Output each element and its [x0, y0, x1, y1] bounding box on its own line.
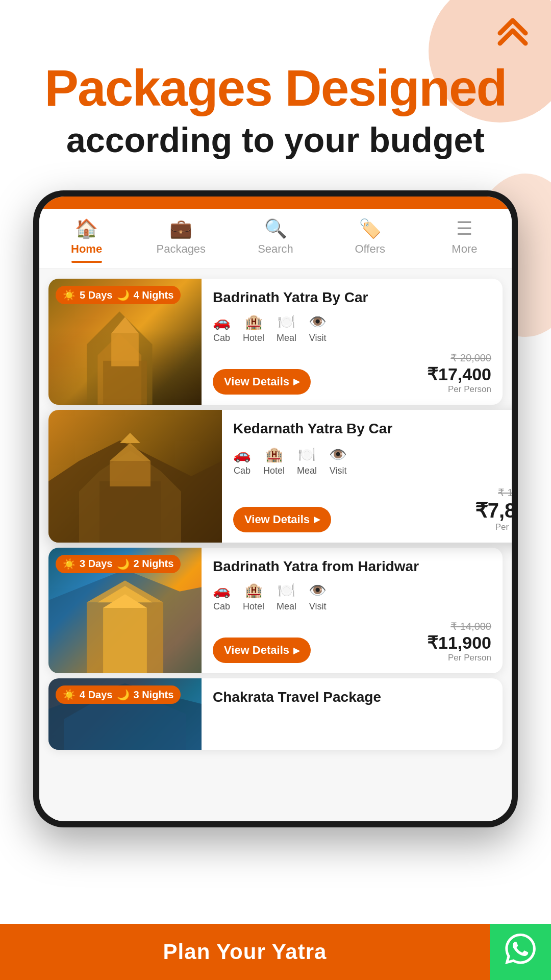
days-text-card1: 5 Days — [80, 289, 113, 301]
amenity-meal: 🍽️ Meal — [277, 313, 296, 344]
visit-icon-k: 👁️ — [329, 446, 347, 463]
package-card-kedarnath: Kedarnath Yatra By Car 🚗 Cab 🏨 Hotel — [48, 410, 512, 543]
packages-icon: 💼 — [169, 218, 192, 239]
package-info-chakrata: Chakrata Travel Package — [202, 678, 503, 750]
cab-icon-k: 🚗 — [233, 446, 251, 463]
view-details-btn-card1[interactable]: View Details — [213, 369, 311, 395]
package-image-badrinath-car: ☀️ 5 Days 🌙 4 Nights — [48, 279, 202, 405]
package-amenities-card1: 🚗 Cab 🏨 Hotel 🍽️ Meal — [213, 313, 491, 344]
package-image-chakrata: ☀️ 4 Days 🌙 3 Nights — [48, 678, 202, 750]
visit-icon-h: 👁️ — [309, 582, 327, 599]
price-section-haridwar: ₹ 14,000 ₹11,900 Per Person — [427, 620, 491, 663]
moon-icon-4: 🌙 — [117, 689, 130, 701]
nav-more[interactable]: ☰ More — [417, 218, 512, 263]
package-image-kedarnath — [48, 410, 222, 543]
amenity-visit: 👁️ Visit — [309, 313, 327, 344]
days-badge-card4: ☀️ 4 Days 🌙 3 Nights — [56, 685, 181, 704]
offers-icon: 🏷️ — [359, 218, 382, 239]
whatsapp-icon — [505, 934, 536, 971]
meal-icon-h: 🍽️ — [278, 582, 295, 599]
meal-icon: 🍽️ — [278, 313, 295, 330]
nav-offers[interactable]: 🏷️ Offers — [323, 218, 417, 263]
view-details-btn-kedarnath[interactable]: View Details — [233, 507, 331, 532]
per-person-kedarnath: Per Person — [475, 522, 512, 532]
nav-home[interactable]: 🏠 Home — [39, 218, 134, 263]
meal-label: Meal — [277, 333, 296, 344]
amenity-meal-k: 🍽️ Meal — [297, 446, 317, 476]
nav-search-label: Search — [258, 242, 293, 256]
svg-rect-9 — [110, 461, 151, 486]
hotel-label-h: Hotel — [243, 601, 264, 612]
bottom-navigation: 🏠 Home 💼 Packages 🔍 Search 🏷️ Offers — [39, 209, 512, 268]
plan-yatra-button[interactable]: Plan Your Yatra — [0, 924, 490, 980]
nav-offers-label: Offers — [355, 242, 385, 256]
svg-rect-16 — [103, 608, 147, 674]
home-icon: 🏠 — [75, 218, 98, 239]
hotel-icon-h: 🏨 — [245, 582, 263, 599]
whatsapp-button[interactable] — [490, 924, 551, 980]
price-row-kedarnath: View Details ₹ 10,000 ₹7,800 Per Person — [233, 486, 512, 532]
price-row-haridwar: View Details ₹ 14,000 ₹11,900 Per Person — [213, 620, 491, 663]
nights-text-card4: 3 Nights — [134, 689, 174, 701]
bottom-cta-bar: Plan Your Yatra — [0, 924, 551, 980]
svg-marker-11 — [120, 433, 140, 443]
original-price-kedarnath: ₹ 10,000 — [475, 486, 512, 499]
search-icon: 🔍 — [264, 218, 287, 239]
price-section-card1: ₹ 20,000 ₹17,400 Per Person — [427, 352, 491, 395]
amenity-hotel-k: 🏨 Hotel — [263, 446, 285, 476]
header-title: Packages Designed — [31, 61, 520, 115]
more-icon: ☰ — [456, 218, 472, 239]
nav-packages[interactable]: 💼 Packages — [134, 218, 228, 263]
moon-icon: 🌙 — [117, 289, 130, 301]
visit-label-h: Visit — [309, 601, 327, 612]
nav-packages-label: Packages — [156, 242, 206, 256]
app-topbar — [39, 197, 512, 209]
days-text-card3: 3 Days — [80, 558, 113, 570]
per-person-card1: Per Person — [427, 384, 491, 395]
sun-icon-4: ☀️ — [63, 689, 76, 701]
svg-rect-4 — [111, 333, 139, 366]
cab-icon-h: 🚗 — [213, 582, 231, 599]
package-title-kedarnath: Kedarnath Yatra By Car — [233, 420, 512, 437]
package-title-chakrata: Chakrata Travel Package — [213, 689, 491, 706]
visit-label: Visit — [309, 333, 327, 344]
phone-frame: 🏠 Home 💼 Packages 🔍 Search 🏷️ Offers — [33, 190, 518, 827]
amenity-visit-h: 👁️ Visit — [309, 582, 327, 612]
header-subtitle: according to your budget — [31, 120, 520, 160]
price-row-card1: View Details ₹ 20,000 ₹17,400 Per Person — [213, 352, 491, 395]
package-card-chakrata: ☀️ 4 Days 🌙 3 Nights Chakrata Travel Pac… — [48, 678, 503, 750]
moon-icon-3: 🌙 — [117, 558, 130, 570]
meal-label-k: Meal — [297, 465, 317, 476]
nav-search[interactable]: 🔍 Search — [228, 218, 322, 263]
amenity-cab-h: 🚗 Cab — [213, 582, 231, 612]
sun-icon-3: ☀️ — [63, 558, 76, 570]
view-details-btn-haridwar[interactable]: View Details — [213, 638, 311, 663]
amenity-cab-k: 🚗 Cab — [233, 446, 251, 476]
meal-icon-k: 🍽️ — [298, 446, 316, 463]
amenity-visit-k: 👁️ Visit — [329, 446, 347, 476]
days-badge-card1: ☀️ 5 Days 🌙 4 Nights — [56, 286, 181, 304]
original-price-haridwar: ₹ 14,000 — [427, 620, 491, 632]
cab-label-h: Cab — [213, 601, 230, 612]
package-info-kedarnath: Kedarnath Yatra By Car 🚗 Cab 🏨 Hotel — [222, 410, 512, 543]
svg-rect-3 — [103, 361, 147, 405]
hotel-icon: 🏨 — [245, 313, 263, 330]
package-amenities-haridwar: 🚗 Cab 🏨 Hotel 🍽️ Meal — [213, 582, 491, 612]
package-info-haridwar: Badrinath Yatra from Haridwar 🚗 Cab 🏨 Ho… — [202, 548, 503, 674]
cab-label: Cab — [213, 333, 230, 344]
packages-list: ☀️ 5 Days 🌙 4 Nights Badrinath Yatra By … — [39, 268, 512, 821]
cab-label-k: Cab — [234, 465, 251, 476]
package-title-card1: Badrinath Yatra By Car — [213, 289, 491, 306]
phone-mockup: 🏠 Home 💼 Packages 🔍 Search 🏷️ Offers — [33, 190, 518, 827]
up-arrows-icon — [495, 15, 531, 56]
svg-rect-8 — [99, 481, 161, 543]
package-title-haridwar: Badrinath Yatra from Haridwar — [213, 558, 491, 575]
header-section: Packages Designed according to your budg… — [0, 0, 551, 180]
hotel-label: Hotel — [243, 333, 264, 344]
visit-icon: 👁️ — [309, 313, 327, 330]
amenity-hotel: 🏨 Hotel — [243, 313, 264, 344]
price-section-kedarnath: ₹ 10,000 ₹7,800 Per Person — [475, 486, 512, 532]
sale-price-kedarnath: ₹7,800 — [475, 499, 512, 522]
visit-label-k: Visit — [330, 465, 347, 476]
package-amenities-kedarnath: 🚗 Cab 🏨 Hotel 🍽️ Meal — [233, 446, 512, 476]
